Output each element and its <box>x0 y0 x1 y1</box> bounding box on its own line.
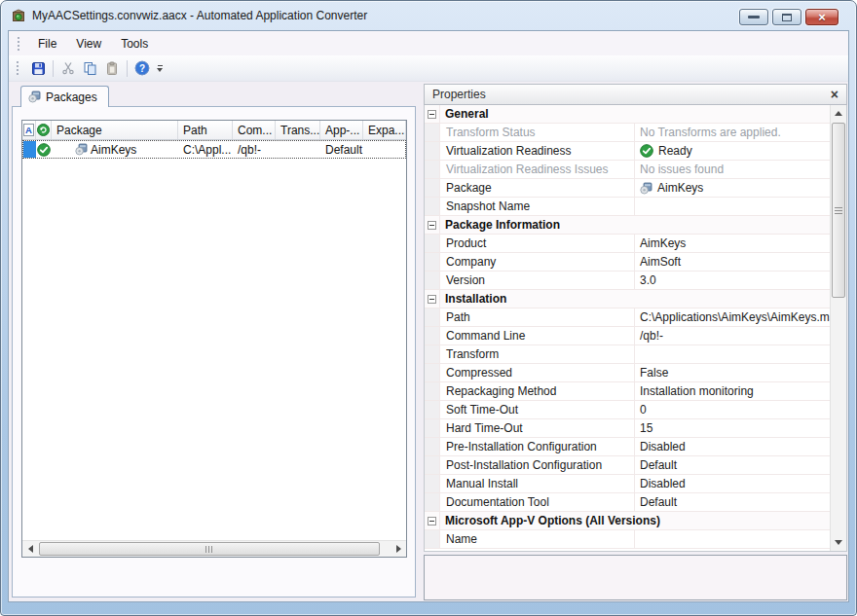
property-value-text: Installation monitoring <box>640 384 754 398</box>
property-value[interactable]: 3.0 <box>635 272 830 289</box>
property-row[interactable]: PackageAimKeys <box>425 179 830 198</box>
property-row[interactable]: Snapshot Name <box>425 198 830 216</box>
property-row[interactable]: PathC:\Applications\AimKeys\AimKeys.msi <box>425 308 830 327</box>
collapse-box-icon[interactable] <box>428 517 436 525</box>
close-button[interactable]: × <box>805 9 838 25</box>
menu-item-file[interactable]: File <box>28 34 66 54</box>
category-label: Package Information <box>440 216 564 234</box>
property-category-row[interactable]: General <box>425 105 830 124</box>
property-value[interactable] <box>635 198 830 215</box>
property-row[interactable]: Name <box>425 530 830 549</box>
menu-item-tools[interactable]: Tools <box>111 34 158 54</box>
property-value-text: No issues found <box>640 163 724 176</box>
row-gutter <box>425 327 440 344</box>
property-value[interactable]: Default <box>635 493 830 511</box>
property-row[interactable]: Soft Time-Out0 <box>425 401 830 419</box>
column-header-expa[interactable]: Expa... <box>363 121 406 139</box>
row-gutter <box>425 382 440 400</box>
menu-item-view[interactable]: View <box>66 34 111 54</box>
property-row[interactable]: CompressedFalse <box>425 364 830 382</box>
property-row[interactable]: Virtualization ReadinessReady <box>425 142 830 161</box>
save-button[interactable] <box>27 57 50 79</box>
property-row[interactable]: Command Line/qb!- <box>425 327 830 345</box>
property-value[interactable] <box>635 345 830 363</box>
property-row[interactable]: Version3.0 <box>425 272 830 290</box>
property-value[interactable]: Default <box>635 456 830 474</box>
copy-button[interactable] <box>79 57 101 79</box>
property-row[interactable]: Transform StatusNo Transforms are applie… <box>425 124 830 142</box>
property-row[interactable]: ProductAimKeys <box>425 235 830 253</box>
property-row[interactable]: Transform <box>425 345 830 364</box>
help-button[interactable]: ? <box>130 57 153 79</box>
collapse-box-icon[interactable] <box>428 221 436 230</box>
property-value[interactable]: Disabled <box>635 438 830 455</box>
property-value[interactable]: No issues found <box>635 161 830 178</box>
property-value[interactable]: Ready <box>635 142 830 160</box>
menu-bar: FileViewTools <box>9 31 848 55</box>
property-row[interactable]: Virtualization Readiness IssuesNo issues… <box>425 161 830 179</box>
property-row[interactable]: Post-Installation ConfigurationDefault <box>425 456 830 475</box>
property-value[interactable]: /qb!- <box>635 327 830 344</box>
tab-packages[interactable]: Packages <box>20 86 109 107</box>
toolbar-grip-icon[interactable] <box>16 60 19 76</box>
collapse-box-icon[interactable] <box>428 295 436 304</box>
column-header-trans[interactable]: Trans... <box>276 121 320 139</box>
properties-header: Properties × <box>424 84 847 105</box>
property-value[interactable]: 15 <box>635 419 830 437</box>
column-header-path[interactable]: Path <box>178 121 233 139</box>
property-row[interactable]: Manual InstallDisabled <box>425 475 830 493</box>
maximize-button[interactable] <box>772 9 801 25</box>
property-row[interactable]: Pre-Installation ConfigurationDisabled <box>425 438 830 456</box>
property-value[interactable]: AimKeys <box>635 235 830 252</box>
row-gutter <box>425 105 440 123</box>
horizontal-scrollbar[interactable] <box>22 540 406 557</box>
hscroll-thumb[interactable] <box>39 542 380 556</box>
column-header-package[interactable]: Package <box>52 121 178 139</box>
vertical-scrollbar[interactable] <box>830 105 846 551</box>
property-value[interactable]: Disabled <box>635 475 830 492</box>
title-bar[interactable]: MyAACSettings.convwiz.aacx - Automated A… <box>1 1 856 30</box>
check-circle-icon <box>640 144 653 158</box>
property-value[interactable]: Installation monitoring <box>635 382 830 400</box>
property-value[interactable]: AimKeys <box>635 179 830 197</box>
scroll-left-button[interactable] <box>22 541 38 557</box>
collapse-box-icon[interactable] <box>428 110 436 119</box>
row-gutter <box>425 253 440 271</box>
toolbar-overflow-button[interactable] <box>154 57 166 79</box>
hscroll-track[interactable] <box>38 541 391 557</box>
scroll-right-button[interactable] <box>391 541 406 557</box>
property-category-row[interactable]: Package Information <box>425 216 830 235</box>
toolbar-separator <box>53 60 54 77</box>
minimize-button[interactable] <box>739 9 768 25</box>
vscroll-thumb[interactable] <box>832 123 845 298</box>
property-value[interactable]: C:\Applications\AimKeys\AimKeys.msi <box>635 308 830 326</box>
column-header-app[interactable]: App-... <box>320 121 363 139</box>
menubar-grip-icon[interactable] <box>17 36 20 52</box>
property-name: Documentation Tool <box>440 493 635 511</box>
row-gutter <box>425 401 440 418</box>
property-name: Compressed <box>440 364 635 381</box>
property-row[interactable]: CompanyAimSoft <box>425 253 830 272</box>
property-category-row[interactable]: Microsoft App-V Options (All Versions) <box>425 512 830 530</box>
property-row[interactable]: Repackaging MethodInstallation monitorin… <box>425 382 830 401</box>
property-name: Company <box>440 253 635 271</box>
scroll-down-button[interactable] <box>831 534 846 551</box>
property-category-row[interactable]: Installation <box>425 290 830 308</box>
property-row[interactable]: Documentation ToolDefault <box>425 493 830 512</box>
scroll-up-button[interactable] <box>831 105 846 122</box>
column-header-doc-a-icon[interactable]: A <box>22 121 36 139</box>
package-row[interactable]: AimKeysC:\Appl.../qb!-Default <box>22 140 406 159</box>
properties-close-icon[interactable]: × <box>831 89 838 100</box>
property-value[interactable]: False <box>635 364 830 381</box>
cut-button[interactable] <box>56 57 79 79</box>
svg-text:A: A <box>25 125 32 135</box>
property-value[interactable]: AimSoft <box>635 253 830 271</box>
close-icon: × <box>818 11 826 23</box>
paste-button[interactable] <box>101 57 124 79</box>
property-value[interactable]: 0 <box>635 401 830 418</box>
column-header-refresh-icon[interactable] <box>36 121 52 139</box>
column-header-com[interactable]: Com... <box>233 121 276 139</box>
property-row[interactable]: Hard Time-Out15 <box>425 419 830 438</box>
property-value[interactable] <box>635 530 830 548</box>
property-value[interactable]: No Transforms are applied. <box>635 124 830 141</box>
